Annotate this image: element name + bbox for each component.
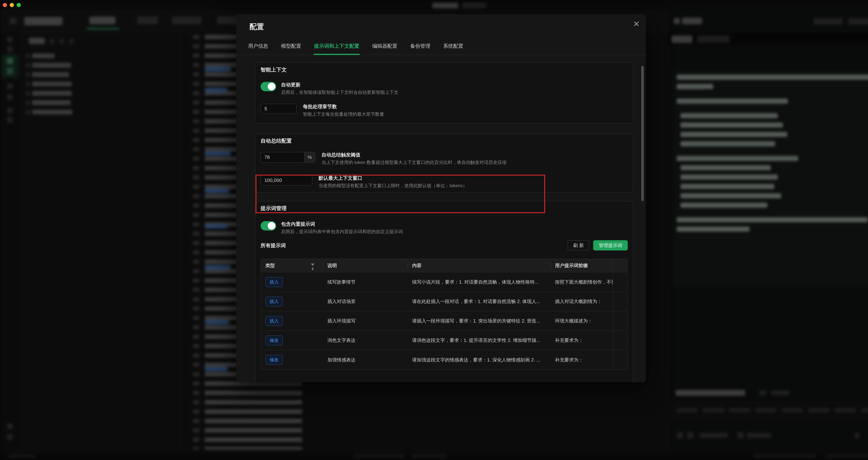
- filter-icon[interactable]: [311, 263, 315, 266]
- type-badge: 插入: [266, 277, 283, 287]
- table-row[interactable]: 修改 加强情感表达 请加强这段文字的情感表达，要求：1. 深化人物情感刻画 2.…: [261, 350, 627, 369]
- prompt-management-section: 提示词管理 包含内置提示词 启用后，提示词列表中将包含内置提示词和您的自定义提示…: [255, 201, 633, 382]
- include-builtin-toggle[interactable]: [260, 221, 276, 231]
- auto-update-toggle[interactable]: [260, 82, 276, 91]
- column-user-prefix: 用户提示词前缀: [551, 259, 613, 272]
- column-content: 内容: [408, 259, 551, 272]
- batch-size-label: 每批处理章节数: [303, 104, 384, 110]
- table-row[interactable]: 插入 插入对话场景 请在此处插入一段对话，要求：1. 对话要自然流畅 2. 体现…: [261, 292, 627, 311]
- tab-model-config[interactable]: 模型配置: [281, 39, 302, 55]
- section-title: 自动总结配置: [260, 138, 628, 144]
- tab-editor-config[interactable]: 编辑器配置: [372, 39, 398, 55]
- table-header-row: 类型 说明 内容 用户提示词前缀: [261, 259, 627, 272]
- refresh-button[interactable]: 刷 新: [567, 240, 589, 251]
- type-badge: 修改: [266, 355, 283, 365]
- threshold-suffix: %: [304, 152, 315, 162]
- traffic-light-close[interactable]: [3, 3, 7, 7]
- max-context-window-input[interactable]: [260, 175, 312, 186]
- traffic-light-zoom[interactable]: [17, 3, 21, 7]
- section-title: 提示词管理: [260, 205, 628, 211]
- all-prompts-label: 所有提示词: [260, 242, 286, 249]
- config-modal: 配置 ✕ 用户信息 模型配置 提示词和上下文配置 编辑器配置 备份管理 系统配置…: [236, 14, 646, 382]
- max-context-window-label: 默认最大上下文窗口: [318, 175, 467, 181]
- modal-title: 配置: [249, 22, 264, 32]
- threshold-input-group: %: [260, 152, 315, 163]
- prompts-table: 类型 说明 内容 用户提示词前缀 插入 续写故事情节 续写小说片段，要求: [260, 259, 628, 370]
- smart-context-section: 智能上下文 自动更新 启用后，在智能体读取智能上下文时会自动更新智能上下文 每批…: [255, 62, 633, 124]
- table-row[interactable]: 插入 续写故事情节 续写小说片段，要求：1. 对话要自然流畅，体现人物性格特..…: [261, 272, 627, 292]
- column-type: 类型: [261, 259, 323, 272]
- threshold-input[interactable]: [261, 152, 304, 162]
- threshold-description: 当上下文使用的 token 数量超过模型最大上下文窗口的此百分比时，将自动触发对…: [321, 160, 506, 165]
- include-builtin-label: 包含内置提示词: [281, 221, 403, 227]
- auto-update-label: 自动更新: [281, 82, 398, 88]
- tab-backup-management[interactable]: 备份管理: [410, 39, 431, 55]
- batch-size-input[interactable]: [260, 104, 297, 114]
- table-row[interactable]: 修改 润色文字表达 请润色这段文字，要求：1. 提升语言的文学性 2. 增加细节…: [261, 331, 627, 350]
- tab-user-info[interactable]: 用户信息: [248, 39, 269, 55]
- auto-summary-section: 自动总结配置 % 自动总结触发阈值 当上下文使用的 token 数量超过模型最大…: [255, 134, 633, 193]
- modal-body: 智能上下文 自动更新 启用后，在智能体读取智能上下文时会自动更新智能上下文 每批…: [236, 54, 646, 382]
- type-badge: 修改: [266, 335, 283, 346]
- toggle-knob: [268, 83, 275, 90]
- max-context-window-description: 当使用的模型没有配置上下文窗口上限时，使用此默认值（单位：tokens）: [318, 183, 467, 188]
- table-row[interactable]: 插入 插入环境描写 请插入一段环境描写，要求：1. 突出场景的关键特征 2. 营…: [261, 311, 627, 331]
- toggle-knob: [268, 222, 275, 230]
- traffic-light-minimize[interactable]: [10, 3, 14, 7]
- auto-update-description: 启用后，在智能体读取智能上下文时会自动更新智能上下文: [281, 90, 398, 95]
- section-title: 智能上下文: [260, 67, 628, 73]
- modal-tabs: 用户信息 模型配置 提示词和上下文配置 编辑器配置 备份管理 系统配置: [236, 39, 646, 55]
- column-description: 说明: [323, 259, 408, 272]
- type-badge: 插入: [266, 297, 283, 306]
- batch-size-description: 智能上下文每次批量处理的最大章节数量: [303, 111, 384, 117]
- threshold-label: 自动总结触发阈值: [321, 152, 506, 158]
- include-builtin-description: 启用后，提示词列表中将包含内置提示词和您的自定义提示词: [281, 229, 403, 234]
- tab-prompt-context-config[interactable]: 提示词和上下文配置: [314, 39, 360, 55]
- manage-prompts-button[interactable]: 管理提示词: [593, 240, 628, 251]
- modal-scrollbar-thumb[interactable]: [641, 66, 644, 201]
- close-icon[interactable]: ✕: [631, 19, 641, 29]
- tab-system-config[interactable]: 系统配置: [443, 39, 464, 55]
- type-badge: 插入: [266, 316, 283, 326]
